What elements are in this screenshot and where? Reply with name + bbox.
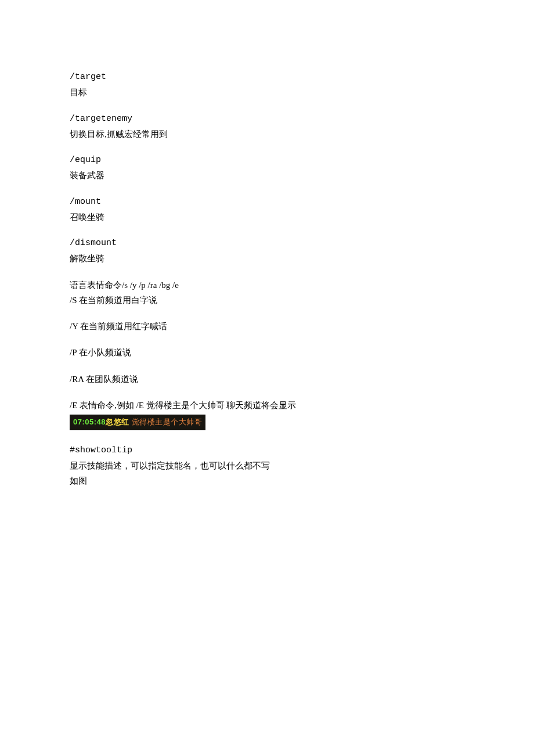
section-speech-ra: /RA 在团队频道说: [70, 372, 464, 387]
section-speech-e: /E 表情命令,例如 /E 觉得楼主是个大帅哥 聊天频道将会显示 07:05:4…: [70, 398, 464, 432]
cmd-showtooltip: #showtooltip: [70, 443, 464, 458]
section-dismount: /dismount 解散坐骑: [70, 236, 464, 267]
section-speech: 语言表情命令/s /y /p /ra /bg /e /S 在当前频道用白字说: [70, 278, 464, 308]
chat-name: 忽悠红: [106, 417, 129, 426]
section-targetenemy: /targetenemy 切换目标,抓贼宏经常用到: [70, 111, 464, 142]
desc-mount: 召唤坐骑: [70, 210, 464, 225]
speech-header: 语言表情命令/s /y /p /ra /bg /e: [70, 278, 464, 293]
speech-e: /E 表情命令,例如 /E 觉得楼主是个大帅哥 聊天频道将会显示: [70, 398, 464, 413]
desc-equip: 装备武器: [70, 168, 464, 183]
section-speech-y: /Y 在当前频道用红字喊话: [70, 319, 464, 334]
note-showtooltip: 如图: [70, 473, 464, 488]
cmd-target: /target: [70, 70, 464, 85]
desc-dismount: 解散坐骑: [70, 251, 464, 266]
cmd-mount: /mount: [70, 195, 464, 210]
section-showtooltip: #showtooltip 显示技能描述，可以指定技能名，也可以什么都不写 如图: [70, 443, 464, 489]
cmd-targetenemy: /targetenemy: [70, 111, 464, 127]
speech-ra: /RA 在团队频道说: [70, 372, 464, 387]
chat-time: 07:05:48: [73, 417, 106, 426]
cmd-dismount: /dismount: [70, 236, 464, 251]
section-speech-p: /P 在小队频道说: [70, 345, 464, 360]
section-mount: /mount 召唤坐骑: [70, 195, 464, 225]
speech-y: /Y 在当前频道用红字喊话: [70, 319, 464, 334]
desc-showtooltip: 显示技能描述，可以指定技能名，也可以什么都不写: [70, 458, 464, 473]
chat-msg: 觉得楼主是个大帅哥: [129, 417, 203, 426]
section-target: /target 目标: [70, 70, 464, 100]
chat-screenshot: 07:05:48忽悠红 觉得楼主是个大帅哥: [70, 415, 205, 430]
desc-targetenemy: 切换目标,抓贼宏经常用到: [70, 127, 464, 142]
speech-s: /S 在当前频道用白字说: [70, 293, 464, 308]
speech-p: /P 在小队频道说: [70, 345, 464, 360]
section-equip: /equip 装备武器: [70, 153, 464, 183]
cmd-equip: /equip: [70, 153, 464, 168]
desc-target: 目标: [70, 85, 464, 100]
